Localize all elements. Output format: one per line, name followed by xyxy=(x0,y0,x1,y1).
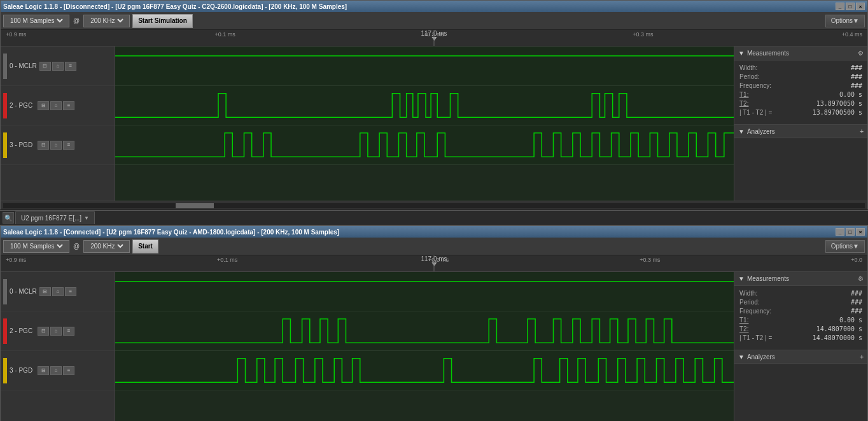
tab-search-button[interactable]: 🔍 xyxy=(3,212,14,224)
top-analyzers-plus[interactable]: + xyxy=(860,128,864,135)
pgc-controls: ⊟ ⌂ ≡ xyxy=(38,101,74,110)
bottom-mclr-indicator xyxy=(3,279,7,304)
tick-1: +0.1 ms xyxy=(214,31,235,38)
top-waveform-area[interactable] xyxy=(115,46,734,201)
top-waveform-mclr xyxy=(115,46,734,86)
bottom-t1-label: T1: xyxy=(739,317,748,324)
pgd-btn2[interactable]: ⌂ xyxy=(50,141,62,150)
bottom-channel-mclr: 0 - MCLR ⊟ ⌂ ≡ xyxy=(1,272,115,311)
bottom-t2-label: T2: xyxy=(739,325,748,332)
svg-rect-4 xyxy=(115,311,734,350)
bottom-analyzers-plus[interactable]: + xyxy=(860,353,864,360)
bottom-collapse-arrow: ▼ xyxy=(738,275,745,282)
bottom-options-button[interactable]: Options▼ xyxy=(825,240,865,253)
minimize-button[interactable]: _ xyxy=(836,3,844,10)
btick-2: +0.2 ms xyxy=(428,257,449,263)
tab-label: U2 pgm 16F877 E[...] xyxy=(21,215,81,222)
maximize-button[interactable]: □ xyxy=(846,3,855,10)
options-button[interactable]: Options▼ xyxy=(825,15,865,27)
samples-dropdown[interactable]: 100 M Samples 50 M Samples 10 M Samples xyxy=(3,15,69,27)
bottom-freq-select[interactable]: 200 KHz xyxy=(88,242,125,250)
pgc-label: 2 - PGC xyxy=(10,102,35,109)
bottom-pgc-btn3[interactable]: ≡ xyxy=(63,327,74,336)
bottom-t1-value: 0.00 s xyxy=(839,317,862,324)
bottom-pgc-indicator xyxy=(3,318,7,344)
bottom-pgc-btn1[interactable]: ⊟ xyxy=(38,327,49,336)
mclr-btn2[interactable]: ⌂ xyxy=(52,62,64,71)
bottom-width-value: ### xyxy=(851,290,862,297)
top-t1-label: T1: xyxy=(739,91,748,98)
bottom-close-button[interactable]: × xyxy=(856,228,865,236)
top-meas-freq: Frequency: ### xyxy=(739,82,862,89)
mclr-btn3[interactable]: ≡ xyxy=(65,62,76,71)
top-measurements-title: Measurements xyxy=(747,50,789,57)
bottom-meas-period: Period: ### xyxy=(739,299,862,306)
bottom-measurements-title: Measurements xyxy=(747,275,789,282)
top-measurements-gear[interactable]: ⚙ xyxy=(858,50,864,57)
tab-item-u2[interactable]: U2 pgm 16F877 E[...] ▼ xyxy=(15,211,95,224)
btick-3: +0.3 ms xyxy=(640,257,660,263)
mclr-indicator xyxy=(3,54,7,79)
tab-bar: 🔍 U2 pgm 16F877 E[...] ▼ xyxy=(0,210,868,225)
freq-select[interactable]: 200 KHz 100 KHz 400 KHz xyxy=(88,17,125,25)
bottom-pgd-btn1[interactable]: ⊟ xyxy=(38,366,49,375)
bottom-title-bar: Saleae Logic 1.1.8 - [Connected] - [U2 p… xyxy=(1,226,867,238)
freq-dropdown[interactable]: 200 KHz 100 KHz 400 KHz xyxy=(83,15,130,27)
pgc-btn2[interactable]: ⌂ xyxy=(50,101,62,110)
close-button[interactable]: × xyxy=(856,3,865,10)
bottom-pgd-btn3[interactable]: ≡ xyxy=(63,366,74,375)
bottom-waveform-area[interactable] xyxy=(115,272,734,421)
top-waveform-pgd xyxy=(115,125,734,165)
pgd-btn1[interactable]: ⊟ xyxy=(38,141,49,150)
btick-1: +0.1 ms xyxy=(217,257,237,263)
bottom-measurements-panel: ▼ Measurements ⚙ Width: ### Period: ### … xyxy=(734,272,867,421)
bottom-channel-pgc: 2 - PGC ⊟ ⌂ ≡ xyxy=(1,311,115,351)
bottom-mclr-controls: ⊟ ⌂ ≡ xyxy=(39,287,76,296)
pgc-indicator xyxy=(3,93,7,118)
bottom-maximize-button[interactable]: □ xyxy=(846,228,855,236)
bottom-samples-dropdown[interactable]: 100 M Samples xyxy=(3,240,69,253)
tab-dropdown-arrow[interactable]: ▼ xyxy=(84,215,89,221)
bottom-measurements-gear[interactable]: ⚙ xyxy=(858,275,864,282)
start-simulation-button[interactable]: Start Simulation xyxy=(132,14,193,28)
pgc-btn1[interactable]: ⊟ xyxy=(38,101,49,110)
pgd-btn3[interactable]: ≡ xyxy=(63,141,74,150)
top-freq-label: Frequency: xyxy=(739,82,771,89)
bottom-minimize-button[interactable]: _ xyxy=(836,228,844,236)
bottom-pgd-btn2[interactable]: ⌂ xyxy=(50,366,62,375)
top-toolbar: 100 M Samples 50 M Samples 10 M Samples … xyxy=(1,12,867,30)
bottom-main-area: 0 - MCLR ⊟ ⌂ ≡ 2 - PGC ⊟ ⌂ ≡ 3 - PGD xyxy=(1,272,867,421)
bottom-mclr-btn1[interactable]: ⊟ xyxy=(39,287,51,296)
bottom-start-button[interactable]: Start xyxy=(132,239,158,253)
samples-select[interactable]: 100 M Samples 50 M Samples 10 M Samples xyxy=(8,17,65,25)
top-meas-t1: T1: 0.00 s xyxy=(739,91,862,98)
top-freq-value: ### xyxy=(851,82,862,89)
top-scroll-thumb[interactable] xyxy=(176,203,214,208)
top-scroll-track[interactable] xyxy=(3,203,865,208)
pgd-label: 3 - PGD xyxy=(10,141,35,148)
bottom-waveform-pgc xyxy=(115,311,734,351)
bottom-pgc-btn2[interactable]: ⌂ xyxy=(50,327,62,336)
bottom-meas-width: Width: ### xyxy=(739,290,862,297)
top-channels-list: 0 - MCLR ⊟ ⌂ ≡ 2 - PGC ⊟ ⌂ ≡ xyxy=(1,46,115,201)
pgc-btn3[interactable]: ≡ xyxy=(63,101,74,110)
bottom-samples-select[interactable]: 100 M Samples xyxy=(8,242,65,250)
bottom-pgc-label: 2 - PGC xyxy=(10,327,35,334)
top-title-bar: Saleae Logic 1.1.8 - [Disconnected] - [U… xyxy=(1,1,867,12)
mclr-btn1[interactable]: ⊟ xyxy=(39,62,51,71)
top-scroll-area[interactable] xyxy=(1,201,867,210)
mclr-label: 0 - MCLR xyxy=(10,62,37,69)
bottom-freq-dropdown[interactable]: 200 KHz xyxy=(83,240,130,253)
bottom-mclr-btn2[interactable]: ⌂ xyxy=(52,287,64,296)
bottom-width-label: Width: xyxy=(739,290,757,297)
top-analyzers-title: Analyzers xyxy=(747,128,775,135)
top-collapse-arrow: ▼ xyxy=(738,50,745,57)
bottom-mclr-btn3[interactable]: ≡ xyxy=(65,287,76,296)
top-measurements-panel: ▼ Measurements ⚙ Width: ### Period: ### … xyxy=(734,46,867,201)
top-channel-mclr: 0 - MCLR ⊟ ⌂ ≡ xyxy=(1,46,115,86)
bottom-t2-value: 14.4807000 s xyxy=(816,325,862,332)
bottom-period-value: ### xyxy=(851,299,862,306)
bottom-window-controls: _ □ × xyxy=(836,228,865,236)
top-window-controls: _ □ × xyxy=(836,3,865,10)
tick-4: +0.4 ms xyxy=(842,31,862,38)
